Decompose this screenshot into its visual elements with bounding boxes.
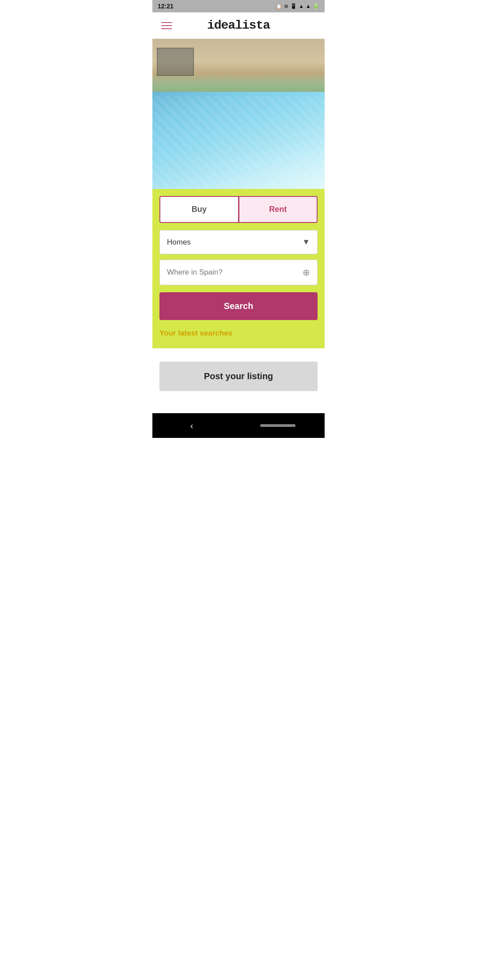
logo: idealista xyxy=(207,19,270,32)
battery-icon: 🔋 xyxy=(313,3,319,9)
hero-pool xyxy=(152,92,325,189)
top-nav: idealista xyxy=(152,12,325,39)
hamburger-line-3 xyxy=(161,28,172,29)
search-button[interactable]: Search xyxy=(159,292,318,320)
status-icons: 📋 ⊛ 📳 ▲ ▲ 🔋 xyxy=(276,3,319,9)
property-type-label: Homes xyxy=(167,238,191,247)
post-listing-button[interactable]: Post your listing xyxy=(159,362,318,391)
bottom-section: Post your listing xyxy=(152,348,325,404)
property-type-dropdown[interactable]: Homes ▼ xyxy=(159,230,318,254)
search-panel: Buy Rent Homes ▼ ⊕ Search Your latest se… xyxy=(152,189,325,348)
signal-icon: ▲ xyxy=(306,3,311,9)
hero-building xyxy=(152,39,325,96)
location-crosshair-icon[interactable]: ⊕ xyxy=(303,267,310,278)
home-pill[interactable] xyxy=(260,424,295,427)
chevron-down-icon: ▼ xyxy=(302,237,310,247)
wifi-icon: ▲ xyxy=(299,3,304,9)
hamburger-line-1 xyxy=(161,22,172,23)
status-time: 12:21 xyxy=(158,3,174,10)
clipboard-icon: 📋 xyxy=(276,3,282,9)
at-icon: ⊛ xyxy=(284,3,288,9)
hamburger-line-2 xyxy=(161,25,172,26)
hero-image xyxy=(152,39,325,189)
buy-tab[interactable]: Buy xyxy=(160,197,238,222)
android-nav-bar: ‹ xyxy=(152,413,325,438)
location-input[interactable] xyxy=(167,268,303,277)
status-bar: 12:21 📋 ⊛ 📳 ▲ ▲ 🔋 xyxy=(152,0,325,12)
location-input-container: ⊕ xyxy=(159,260,318,285)
menu-button[interactable] xyxy=(159,20,174,31)
buy-rent-toggle: Buy Rent xyxy=(159,196,318,223)
vibrate-icon: 📳 xyxy=(290,3,297,9)
back-button[interactable]: ‹ xyxy=(182,417,202,434)
rent-tab[interactable]: Rent xyxy=(238,197,317,222)
latest-searches-label: Your latest searches xyxy=(159,329,318,338)
